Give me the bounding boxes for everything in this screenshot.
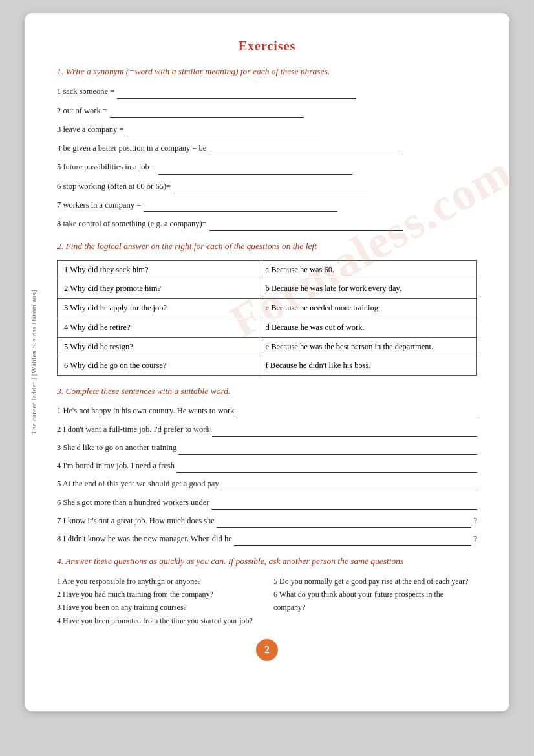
table-cell-right: f Because he didn't like his boss. xyxy=(259,356,476,376)
section3: 3. Complete these sentences with a suita… xyxy=(57,385,477,546)
exercise-line-4: 4 be given a better position in a compan… xyxy=(57,142,477,155)
exercise-line-7: 7 workers in a company = xyxy=(57,199,477,212)
s3-line7: 7 I know it's not a great job. How much … xyxy=(57,514,477,528)
line4-text: 4 be given a better position in a compan… xyxy=(57,142,206,155)
line1-fill[interactable] xyxy=(117,90,356,99)
table-row: 6 Why did he go on the course?f Because … xyxy=(58,356,477,376)
line5-text: 5 future possibilities in a job = xyxy=(57,160,156,174)
page-number: 2 xyxy=(256,639,278,661)
table-cell-right: d Because he was out of work. xyxy=(259,318,476,337)
table-cell-left: 1 Why did they sack him? xyxy=(58,260,259,279)
table-cell-left: 2 Why did they promote him? xyxy=(58,279,259,299)
side-label-wrap: The career ladder | [Wählen Sie das Datu… xyxy=(28,13,39,711)
line8-fill[interactable] xyxy=(209,222,403,231)
s3-line5: 5 At the end of this year we should get … xyxy=(57,477,477,491)
s3-line1: 1 He's not happy in his own country. He … xyxy=(57,404,477,418)
table-row: 5 Why did he resign?e Because he was the… xyxy=(58,337,477,356)
line5-fill[interactable] xyxy=(158,166,352,175)
table-cell-left: 5 Why did he resign? xyxy=(58,337,259,356)
section4: 4. Answer these questions as quickly as … xyxy=(57,555,477,627)
section1-heading: 1. Write a synonym (=word with a similar… xyxy=(57,65,477,78)
table-cell-right: e Because he was the best person in the … xyxy=(259,337,476,356)
line2-text: 2 out of work = xyxy=(57,104,107,118)
line7-text: 7 workers in a company = xyxy=(57,199,141,212)
s4-q2: 2 Have you had much training from the co… xyxy=(57,588,261,601)
exercise-line-1: 1 sack someone = xyxy=(57,85,477,98)
line6-fill[interactable] xyxy=(173,184,367,193)
table-row: 3 Why did he apply for the job?c Because… xyxy=(58,299,477,318)
section2: 2. Find the logical answer on the right … xyxy=(57,240,477,376)
page-title: Exercises xyxy=(57,39,477,54)
page: The career ladder | [Wählen Sie das Datu… xyxy=(25,13,509,711)
section4-col2: 5 Do you normally get a good pay rise at… xyxy=(273,575,477,628)
line3-text: 3 leave a company = xyxy=(57,123,124,136)
exercise-line-8: 8 take control of something (e.g. a comp… xyxy=(57,217,477,231)
table-row: 4 Why did he retire?d Because he was out… xyxy=(58,318,477,337)
table-cell-left: 6 Why did he go on the course? xyxy=(58,356,259,376)
exercise-line-2: 2 out of work = xyxy=(57,104,477,118)
table-cell-right: b Because he was late for work every day… xyxy=(259,279,476,299)
section2-heading: 2. Find the logical answer on the right … xyxy=(57,240,477,253)
line4-fill[interactable] xyxy=(209,146,403,155)
table-row: 2 Why did they promote him?b Because he … xyxy=(58,279,477,299)
exercise-line-5: 5 future possibilities in a job = xyxy=(57,160,477,174)
exercise-line-3: 3 leave a company = xyxy=(57,123,477,136)
match-table: 1 Why did they sack him?a Because he was… xyxy=(57,260,477,376)
section1: 1. Write a synonym (=word with a similar… xyxy=(57,65,477,231)
table-cell-right: a Because he was 60. xyxy=(259,260,476,279)
section3-heading: 3. Complete these sentences with a suita… xyxy=(57,385,477,398)
s3-line4: 4 I'm bored in my job. I need a fresh xyxy=(57,459,477,473)
section4-heading: 4. Answer these questions as quickly as … xyxy=(57,555,477,568)
line7-fill[interactable] xyxy=(144,203,337,212)
side-label: The career ladder | [Wählen Sie das Datu… xyxy=(30,290,37,435)
section4-col1: 1 Are you responsible fro anythign or an… xyxy=(57,575,261,628)
s4-q3: 3 Have you been on any training courses? xyxy=(57,601,261,614)
line8-text: 8 take control of something (e.g. a comp… xyxy=(57,217,207,231)
s3-line8: 8 I didn't know he was the new manager. … xyxy=(57,532,477,546)
exercise-line-6: 6 stop working (often at 60 or 65)= xyxy=(57,180,477,193)
line6-text: 6 stop working (often at 60 or 65)= xyxy=(57,180,171,193)
s4-q5: 5 Do you normally get a good pay rise at… xyxy=(273,575,477,588)
table-cell-left: 4 Why did he retire? xyxy=(58,318,259,337)
section4-cols: 1 Are you responsible fro anythign or an… xyxy=(57,575,477,628)
s3-line2: 2 I don't want a full-time job. I'd pref… xyxy=(57,423,477,437)
s4-q6: 6 What do you think about your future pr… xyxy=(273,588,477,614)
s3-line3: 3 She'd like to go on another training xyxy=(57,441,477,455)
table-row: 1 Why did they sack him?a Because he was… xyxy=(58,260,477,279)
s3-line6: 6 She's got more than a hundred workers … xyxy=(57,496,477,510)
s4-q4: 4 Have you been promoted from the time y… xyxy=(57,614,261,627)
table-cell-right: c Because he needed more training. xyxy=(259,299,476,318)
line2-fill[interactable] xyxy=(110,109,304,118)
line3-fill[interactable] xyxy=(127,127,321,136)
line1-text: 1 sack someone = xyxy=(57,85,114,98)
s4-q1: 1 Are you responsible fro anythign or an… xyxy=(57,575,261,588)
table-cell-left: 3 Why did he apply for the job? xyxy=(58,299,259,318)
